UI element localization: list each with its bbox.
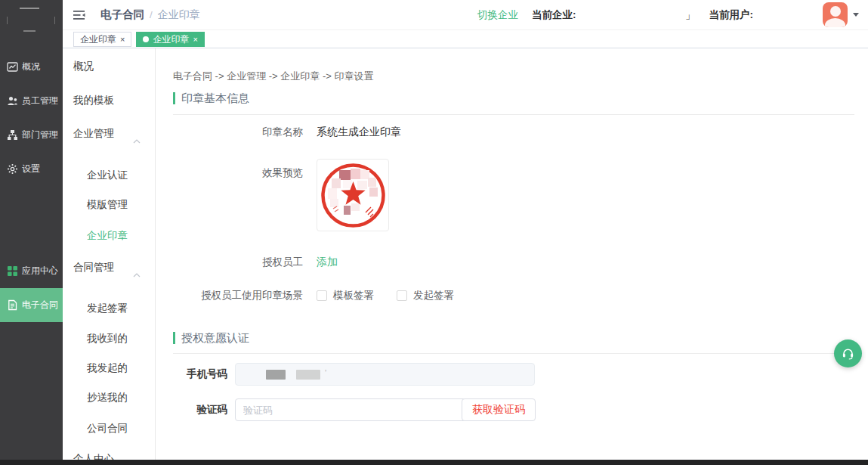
tab-label: 企业印章 (153, 33, 189, 46)
submenu-label: 合同管理 (73, 262, 114, 273)
preview-label: 效果预览 (173, 166, 303, 180)
dashboard-icon (7, 61, 18, 73)
switch-company-link[interactable]: 切换企业 (477, 8, 518, 22)
checkbox-label: 模板签署 (333, 289, 374, 302)
get-code-button[interactable]: 获取验证码 (462, 398, 536, 421)
phone-input[interactable]: ’ (235, 363, 535, 386)
chevron-down-icon[interactable] (853, 13, 859, 17)
submenu-item-initiate-sign[interactable]: 发起签署 (63, 299, 155, 318)
section-title-auth-will: 授权意愿认证 (173, 332, 249, 344)
logo-redacted-mark (7, 17, 8, 24)
breadcrumb-app[interactable]: 电子合同 (100, 8, 144, 22)
header-right: 切换企业 当前企业: 」 当前用户: (477, 2, 868, 27)
checkbox-label: 发起签署 (413, 289, 454, 302)
form-row-authorized-staff: 授权员工 添加 (173, 256, 338, 269)
submenu-label: 企业认证 (87, 169, 128, 181)
settings-icon (7, 163, 18, 175)
submenu-label: 我的模板 (73, 95, 114, 106)
current-company-label: 当前企业: (532, 8, 576, 22)
primary-sidebar: 概况 员工管理 部门管理 设置 应用中心 (0, 0, 63, 465)
content-breadcrumb: 电子合同 -> 企业管理 -> 企业印章 -> 印章设置 (173, 70, 373, 83)
main-content: 电子合同 -> 企业管理 -> 企业印章 -> 印章设置 印章基本信息 印章名称… (156, 48, 868, 460)
submenu-item-cc-me[interactable]: 抄送我的 (63, 389, 155, 407)
avatar[interactable] (823, 2, 848, 27)
code-input-wrap: 获取验证码 (235, 398, 535, 421)
primary-menu: 概况 员工管理 部门管理 设置 应用中心 (0, 48, 63, 322)
logo-redacted-mark (23, 30, 36, 32)
form-row-seal-name: 印章名称 系统生成企业印章 (173, 126, 401, 139)
phone-redaction-block (266, 370, 286, 380)
divider (173, 114, 854, 115)
sidebar-item-label: 设置 (22, 163, 40, 175)
breadcrumb-separator: / (150, 9, 153, 20)
tab-enterprise-seal-active[interactable]: 企业印章 × (136, 32, 204, 47)
submenu-item-company-contracts[interactable]: 公司合同 (63, 420, 155, 438)
sidebar-item-settings[interactable]: 设置 (0, 152, 63, 186)
bottom-scrollbar[interactable] (0, 460, 868, 465)
phone-redaction-block (296, 370, 320, 380)
checkbox-group-template-sign: 模板签署 (317, 289, 374, 302)
sidebar-item-employees[interactable]: 员工管理 (0, 84, 63, 118)
sidebar-item-label: 部门管理 (22, 129, 58, 141)
avatar-silhouette (825, 18, 845, 27)
chevron-up-icon (133, 132, 141, 150)
submenu-item-initiated[interactable]: 我发起的 (63, 359, 155, 377)
submenu-item-enterprise-auth[interactable]: 企业认证 (63, 166, 155, 184)
tab-enterprise-seal[interactable]: 企业印章 × (73, 32, 131, 47)
phone-input-wrap: ’ (235, 363, 535, 386)
sidebar-item-label: 应用中心 (22, 265, 58, 277)
contract-icon (7, 299, 18, 311)
breadcrumb-page: 企业印章 (158, 8, 200, 22)
submenu-label: 模版管理 (87, 199, 128, 210)
checkbox-initiate-sign[interactable] (397, 290, 407, 301)
close-icon[interactable]: × (193, 36, 197, 44)
chevron-up-icon (133, 265, 141, 284)
headset-icon (841, 346, 855, 361)
submenu-item-my-templates[interactable]: 我的模板 (63, 91, 155, 110)
submenu-item-template-mgmt[interactable]: 模版管理 (63, 196, 155, 214)
add-staff-link[interactable]: 添加 (317, 256, 338, 269)
company-seal-preview (317, 159, 389, 231)
logo-redacted-mark (54, 17, 55, 24)
tab-label: 企业印章 (80, 33, 116, 46)
submenu-item-received[interactable]: 我收到的 (63, 330, 155, 348)
sidebar-item-overview[interactable]: 概况 (0, 50, 63, 84)
submenu-group-contract-mgmt[interactable]: 合同管理 (63, 259, 155, 277)
close-icon[interactable]: × (120, 36, 125, 44)
section-title-seal-basic-info: 印章基本信息 (173, 92, 249, 104)
app-logo[interactable] (0, 0, 63, 48)
sidebar-item-label: 电子合同 (22, 299, 58, 312)
seal-image (318, 160, 388, 231)
sidebar-item-label: 概况 (22, 60, 40, 73)
hamburger-icon[interactable] (73, 10, 86, 20)
submenu-label: 概况 (73, 60, 94, 72)
sidebar-item-departments[interactable]: 部门管理 (0, 118, 63, 152)
checkbox-group-initiate-sign: 发起签署 (397, 289, 454, 302)
employees-icon (7, 95, 18, 107)
submenu-group-enterprise-mgmt[interactable]: 企业管理 (63, 125, 155, 143)
current-user-label: 当前用户: (709, 8, 754, 22)
customer-service-button[interactable] (834, 339, 862, 367)
apps-icon (7, 265, 18, 277)
form-row-phone: 手机号码 ’ (173, 363, 535, 386)
submenu-label: 企业管理 (73, 128, 114, 139)
checkbox-template-sign[interactable] (317, 290, 327, 301)
top-header: 电子合同 / 企业印章 切换企业 当前企业: 」 当前用户: (63, 0, 868, 30)
tags-view-bar: 企业印章 × 企业印章 × (63, 31, 868, 48)
submenu-label: 企业印章 (87, 230, 128, 241)
avatar-silhouette (830, 6, 841, 17)
code-label: 验证码 (173, 403, 227, 417)
active-dot-icon (143, 36, 149, 42)
divider (173, 353, 862, 354)
submenu-item-enterprise-seal[interactable]: 企业印章 (63, 227, 155, 245)
submenu-label: 抄送我的 (87, 392, 128, 403)
sidebar-item-e-contract[interactable]: 电子合同 (0, 288, 63, 322)
form-row-preview: 效果预览 (173, 159, 389, 231)
sidebar-item-app-center[interactable]: 应用中心 (0, 254, 63, 288)
submenu-label: 公司合同 (87, 423, 128, 434)
sidebar-item-label: 员工管理 (22, 95, 58, 107)
form-row-code: 验证码 获取验证码 (173, 398, 535, 421)
authorized-staff-label: 授权员工 (173, 256, 303, 269)
submenu-item-overview[interactable]: 概况 (63, 57, 155, 76)
secondary-sidebar: 概况 我的模板 企业管理 企业认证 模版管理 企业印章 合同管理 发起签署 我收… (63, 48, 156, 460)
